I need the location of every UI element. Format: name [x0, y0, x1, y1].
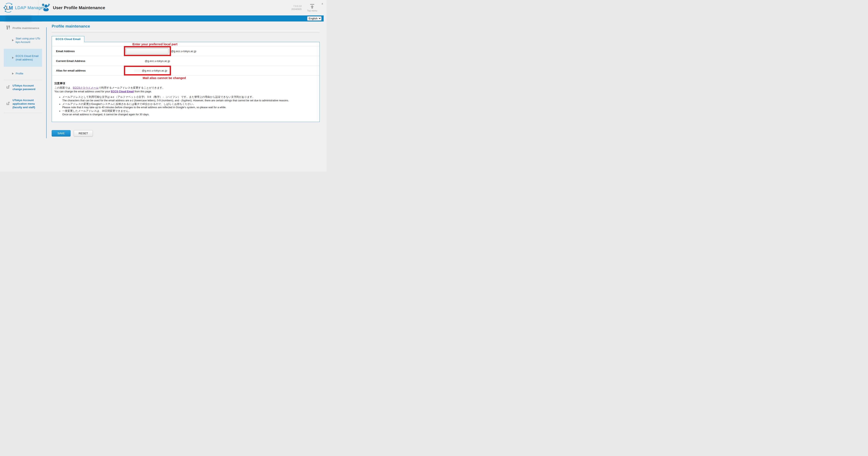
build-date: 20240920 [291, 8, 302, 11]
external-link-icon [6, 85, 10, 90]
note-item-allowed-characters: メールアドレスとして利用可能な文字は a-z （アルファベット小文字） 0-9 … [62, 95, 317, 103]
redacted-username [5, 16, 31, 21]
triangle-icon [12, 39, 14, 41]
tools-icon [6, 25, 10, 31]
sidebar-link-application-menu[interactable]: UTokyo Account application menu (faculty… [4, 95, 42, 113]
brand-logo: L M LDAP Manager [0, 0, 38, 16]
annotation-enter-local-part: Enter your preferred local part [52, 42, 319, 46]
sidebar-nav-group: Start using your UTokyo Account ECCS Clo… [4, 34, 46, 80]
notes-section: 注意事項 この画面では、ECCSクラウドメールで利用するメールアドレスを変更する… [52, 81, 319, 116]
sidebar-item-start-utokyo-account[interactable]: Start using your UTokyo Account [4, 34, 42, 47]
annotation-box-alias: @g.ecc.u-tokyo.ac.jp [124, 66, 171, 76]
notes-heading: 注意事項 [54, 82, 317, 85]
sidebar-item-profile[interactable]: Profile [4, 69, 42, 78]
version-number: 7.0.0.13 [291, 5, 302, 8]
note-item-30-days: 一度変更したメールアドレスは、30日間変更できません。 Once an emai… [62, 109, 317, 116]
email-local-part-input[interactable] [126, 48, 168, 54]
note-jp: メールアドレスの変更がGoogleのシステムに反映されるには最大で40分かかるの… [62, 103, 317, 106]
scroll-top-icon[interactable]: ▲ [321, 2, 323, 5]
triangle-icon [12, 57, 14, 59]
alias-email-row: Alias for email address @g.ecc.u-tokyo.a… [52, 66, 319, 76]
eccs-cloud-email-link-en[interactable]: ECCS Cloud Email [111, 90, 134, 93]
main-content: Profile maintenance ECCS Cloud Email Ent… [46, 22, 327, 137]
note-item-google-delay: メールアドレスの変更がGoogleのシステムに反映されるには最大で40分かかるの… [62, 103, 317, 110]
external-link-icon [6, 101, 10, 106]
sidebar-item-eccs-cloud-email[interactable]: ECCS Cloud Email (mail address) [4, 49, 42, 67]
page-title: User Profile Maintenance [53, 5, 105, 10]
svg-text:i: i [43, 4, 43, 6]
eccs-cloud-mail-link-jp[interactable]: ECCSクラウドメール [73, 86, 99, 89]
annotation-alias-cannot-change: Mail alias cannot be changed [52, 76, 319, 80]
note-en: The characters that can be used for the … [62, 99, 317, 103]
notes-intro-en-text: You can change the email address used fo… [54, 90, 111, 93]
sidebar-section-header: Profile maintenance [4, 22, 42, 34]
brand-name: LDAP Manager [15, 5, 44, 10]
sidebar-link-label: UTokyo Account application menu (faculty… [12, 98, 40, 109]
sidebar-item-label: Profile [16, 72, 41, 75]
current-email-label: Current Email Address [52, 59, 124, 62]
notes-intro-en: You can change the email address used fo… [54, 90, 317, 94]
current-email-domain-suffix: @g.ecc.u-tokyo.ac.jp [145, 59, 170, 62]
notes-intro-jp-text: で利用するメールアドレスを変更することができます。 [99, 86, 165, 89]
sidebar-link-change-password[interactable]: UTokyo Account change password [4, 80, 42, 95]
form-actions: SAVE RESET [52, 130, 320, 137]
top-menu-label: Top menu [306, 9, 318, 12]
redacted-current-local-part [126, 59, 145, 62]
notes-bullet-list: メールアドレスとして利用可能な文字は a-z （アルファベット小文字） 0-9 … [60, 95, 317, 116]
top-menu-icon [309, 7, 315, 9]
top-menu-button[interactable]: Top menu [306, 4, 318, 12]
sidebar-link-label: UTokyo Account change password [12, 84, 40, 91]
sidebar-rule-bottom [4, 113, 42, 113]
page-title-block: i User Profile Maintenance [42, 3, 291, 12]
language-bar: English [0, 16, 323, 22]
notes-intro-jp-text: この画面では、 [54, 86, 73, 89]
ldap-manager-logo-icon: L M [3, 2, 14, 13]
note-en: Please note that it may take up to 40 mi… [62, 106, 317, 109]
note-jp: メールアドレスとして利用可能な文字は a-z （アルファベット小文字） 0-9 … [62, 95, 317, 99]
email-address-row: Email Address @g.ecc.u-tokyo.ac.jp [52, 46, 319, 56]
annotation-box-email-input [124, 46, 171, 56]
alias-email-label: Alias for email address [52, 69, 124, 72]
reset-button[interactable]: RESET [74, 130, 93, 137]
sidebar-item-label: ECCS Cloud Email (mail address) [16, 54, 41, 61]
note-en: Once an email address is changed, it can… [62, 113, 317, 116]
sidebar-divider [46, 27, 46, 138]
current-email-row: Current Email Address @g.ecc.u-tokyo.ac.… [52, 56, 319, 66]
ldap-manager-app: L M LDAP Manager i Use [0, 0, 327, 172]
notes-intro-jp: この画面では、ECCSクラウドメールで利用するメールアドレスを変更することができ… [54, 86, 317, 90]
note-jp: 一度変更したメールアドレスは、30日間変更できません。 [62, 109, 317, 113]
alias-domain-suffix: @g.ecc.u-tokyo.ac.jp [142, 69, 167, 72]
page-heading: Profile maintenance [52, 24, 320, 29]
user-profile-icon: i [42, 3, 51, 12]
sidebar-item-label: Start using your UTokyo Account [16, 37, 41, 44]
version-info: 7.0.0.13 20240920 [291, 5, 302, 11]
app-header: L M LDAP Manager i Use [0, 0, 327, 16]
notes-intro-en-text: from this page. [134, 90, 152, 93]
redacted-alias-local-part [134, 69, 142, 72]
triangle-icon [12, 73, 14, 75]
tab-eccs-cloud-email[interactable]: ECCS Cloud Email [52, 36, 84, 42]
heading-rule [52, 30, 320, 33]
language-select[interactable]: English [307, 16, 321, 21]
save-button[interactable]: SAVE [52, 130, 71, 137]
svg-text:M: M [9, 5, 13, 11]
email-domain-suffix: @g.ecc.u-tokyo.ac.jp [171, 50, 196, 53]
sidebar: Profile maintenance Start using your UTo… [0, 22, 46, 137]
eccs-cloud-email-panel: Enter your preferred local part Email Ad… [52, 42, 320, 122]
sidebar-section-title: Profile maintenance [12, 27, 39, 30]
email-address-label: Email Address [52, 50, 124, 53]
